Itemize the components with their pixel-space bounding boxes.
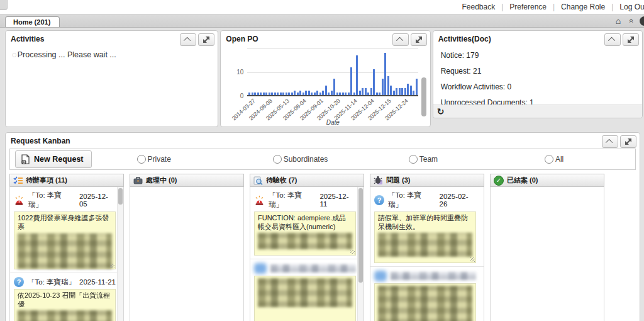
new-request-button[interactable]: New Request	[15, 150, 92, 168]
preference-link[interactable]: Preference	[503, 3, 553, 11]
kanban-column-closed: ✓ 已結案 (0)	[490, 174, 604, 321]
expand-button[interactable]	[411, 33, 427, 46]
workflow-activities-count[interactable]: Workflow Activities: 0	[441, 79, 636, 94]
chart-bar	[331, 91, 333, 95]
desktop-content: Activities ◌ Processing ... Please wait …	[0, 28, 644, 321]
scrollbar-thumb[interactable]	[358, 188, 363, 283]
card-note[interactable]: 依2025-10-23 召開「出貨流程優	[14, 289, 116, 321]
resize-handle-icon[interactable]	[470, 257, 475, 262]
column-title: 已結案 (0)	[507, 176, 538, 185]
column-scrollbar[interactable]	[117, 187, 123, 321]
chart-bar	[370, 88, 372, 95]
alarm-icon	[14, 195, 25, 206]
column-header: 問題 (3)	[370, 174, 484, 187]
chevron-up-icon	[184, 37, 191, 44]
redacted-text	[258, 233, 352, 249]
chart-bar	[308, 91, 310, 95]
note-text: 依2025-10-23 召開「出貨流程優	[18, 291, 112, 309]
column-title: 處理中 (0)	[146, 176, 177, 185]
chart-bar	[350, 67, 352, 95]
collapse-button[interactable]	[602, 135, 618, 148]
column-title: 待驗收 (7)	[266, 176, 297, 185]
radio-icon	[409, 155, 418, 164]
kanban-board: 待辦事項 (11) 「To: 李寶瑞」 2025-12-05	[9, 174, 640, 321]
redacted-text	[378, 286, 472, 321]
scrollbar-thumb[interactable]	[421, 77, 426, 116]
filter-team[interactable]: Team	[364, 155, 499, 164]
question-icon: ?	[374, 195, 384, 205]
filter-label: Private	[148, 155, 171, 164]
kanban-toolbar: New Request Private Subordinates Team A	[9, 149, 636, 170]
expand-button[interactable]	[623, 33, 639, 46]
scrollbar-thumb[interactable]	[118, 188, 123, 205]
chart-bar	[404, 88, 406, 95]
diagonal-resize-icon	[203, 37, 209, 43]
card-note[interactable]	[254, 276, 356, 321]
chart-bar	[325, 86, 327, 95]
column-header: 待辦事項 (11)	[9, 174, 124, 187]
activities-doc-panel-title: Activities(Doc)	[438, 35, 491, 43]
log-out-link[interactable]: Log Out	[613, 3, 644, 11]
kanban-card-redacted[interactable]	[370, 267, 484, 321]
card-note[interactable]: 請假單、加班單的時間重疊防呆機制生效。	[374, 211, 476, 263]
request-kanban-title: Request Kanban	[11, 137, 70, 145]
resize-handle-icon[interactable]	[110, 264, 114, 268]
expand-button[interactable]	[198, 33, 214, 46]
feedback-link[interactable]: Feedback	[455, 3, 501, 11]
collapse-button[interactable]	[180, 33, 196, 46]
chart-bar	[393, 91, 395, 95]
filter-subordinates[interactable]: Subordinates	[228, 155, 364, 164]
open-po-panel-title: Open PO	[226, 35, 258, 43]
filter-private[interactable]: Private	[92, 155, 228, 164]
card-date: 2025-02-26	[440, 193, 476, 208]
chart-bar	[322, 91, 324, 95]
column-scrollbar[interactable]	[357, 187, 364, 321]
notice-count[interactable]: Notice: 179	[441, 47, 636, 63]
collapse-all-icon[interactable]: «	[628, 19, 636, 23]
activities-doc-panel: Activities(Doc) Notice: 179 Request: 21 …	[433, 30, 643, 118]
collapse-button[interactable]	[604, 33, 621, 46]
card-note[interactable]	[374, 283, 476, 321]
diagonal-resize-icon	[625, 138, 631, 145]
diagonal-resize-icon	[628, 37, 634, 43]
card-date: 2025-11-21	[79, 278, 116, 286]
column-body: 「To: 李寶瑞」 2025-12-11 FUNCTION: adempiere…	[250, 187, 364, 321]
processing-text: Processing ... Please wait ...	[18, 50, 116, 59]
collapse-button[interactable]	[392, 33, 409, 46]
kanban-card-redacted[interactable]	[250, 259, 364, 321]
closed-check-icon: ✓	[494, 176, 504, 186]
chart-bar	[399, 88, 401, 95]
expand-button[interactable]	[620, 135, 636, 148]
kanban-card[interactable]: ? 「To: 李寶瑞」 2025-02-26 請假單、加班單的時間重疊防呆機制生…	[370, 187, 484, 267]
question-icon: ?	[14, 277, 24, 287]
filter-all[interactable]: All	[499, 155, 635, 164]
card-note[interactable]: FUNCTION: adempiere.成品帳交易資料匯入(numeric)	[254, 211, 356, 256]
chart-scrollbar[interactable]	[421, 77, 426, 121]
spinner-icon: ◌	[12, 50, 17, 59]
y-axis-tick: 10	[228, 69, 243, 76]
refresh-icon[interactable]: ↻	[437, 107, 445, 116]
top-link-bar: Feedback | Preference | Change Role | Lo…	[0, 0, 644, 14]
window-corner-chip	[0, 0, 8, 10]
chart-bar	[365, 88, 367, 95]
chart-xticks: 2014-03-272024-08-082025-05-132025-08-04…	[247, 96, 418, 124]
kanban-card[interactable]: ? 「To: 李寶瑞」 2025-11-21 依2025-10-23 召開「出貨…	[10, 273, 123, 321]
resize-handle-icon[interactable]	[350, 250, 355, 254]
change-role-link[interactable]: Change Role	[555, 3, 611, 11]
home-icon[interactable]: ⌂	[616, 16, 621, 25]
user-avatar[interactable]	[640, 16, 644, 26]
chart-bar	[316, 91, 318, 95]
open-po-chart: 10 0 2014-03-272024-08-082025-05-132025-…	[221, 48, 430, 126]
blurred-icon	[254, 263, 267, 274]
request-count[interactable]: Request: 21	[441, 63, 636, 79]
column-body	[490, 187, 604, 321]
card-note[interactable]: 1022費用發票單身維護多張發票	[14, 211, 116, 269]
chart-bar	[416, 79, 418, 95]
radio-icon	[137, 155, 146, 164]
tab-home[interactable]: Home (201)	[5, 16, 60, 27]
chevron-up-icon	[396, 37, 403, 44]
kanban-card[interactable]: 「To: 李寶瑞」 2025-12-11 FUNCTION: adempiere…	[250, 187, 364, 259]
chart-bar	[359, 91, 361, 95]
radio-icon	[273, 155, 282, 164]
kanban-card[interactable]: 「To: 李寶瑞」 2025-12-05 1022費用發票單身維護多張發票	[10, 187, 123, 273]
